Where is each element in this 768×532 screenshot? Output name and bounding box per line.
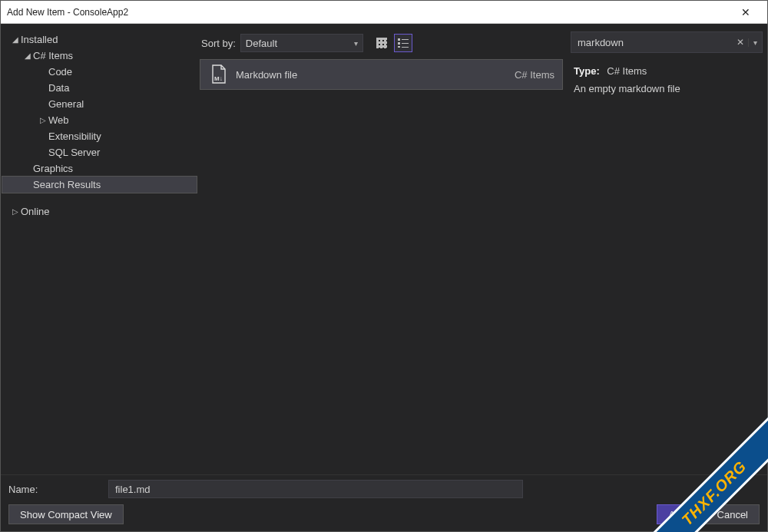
chevron-right-icon: ▷ [10, 207, 21, 216]
tree-label: Extensibility [48, 131, 101, 142]
tree-label: C# Items [33, 50, 73, 61]
chevron-down-icon: ▾ [354, 39, 358, 48]
close-button[interactable]: ✕ [730, 6, 761, 18]
tree-label: Online [21, 206, 50, 217]
search-input[interactable] [571, 37, 733, 48]
clear-search-button[interactable]: ✕ [733, 37, 748, 48]
template-details: Type: C# Items An empty markdown file [571, 53, 763, 107]
tree-general[interactable]: General [2, 96, 197, 112]
chevron-down-icon: ◢ [22, 51, 33, 60]
name-input[interactable] [108, 480, 523, 498]
templates-toolbar: Sort by: Default ▾ [200, 31, 563, 55]
tree-extensibility[interactable]: Extensibility [2, 128, 197, 144]
markdown-file-icon: M↓ [208, 64, 230, 84]
tree-label: SQL Server [48, 147, 100, 158]
tree-web[interactable]: ▷ Web [2, 112, 197, 128]
tree-label: Graphics [33, 163, 73, 174]
type-label: Type: [574, 65, 600, 77]
sort-by-label: Sort by: [201, 38, 236, 49]
type-line: Type: C# Items [574, 62, 760, 80]
bottom-bar: Name: Show Compact View Add Cancel [1, 474, 767, 531]
dialog-window: Add New Item - ConsoleApp2 ✕ ◢ Installed… [0, 0, 768, 532]
view-mode-group [372, 34, 412, 52]
template-list: M↓ Markdown file C# Items [200, 59, 563, 470]
titlebar: Add New Item - ConsoleApp2 ✕ [1, 1, 767, 24]
tree-label: Data [48, 82, 69, 94]
view-grid-button[interactable] [372, 34, 391, 52]
template-description: An empty markdown file [574, 80, 760, 97]
tree-code[interactable]: Code [2, 64, 197, 80]
name-label: Name: [8, 484, 101, 495]
sort-by-dropdown[interactable]: Default ▾ [240, 34, 363, 52]
template-row[interactable]: M↓ Markdown file C# Items [200, 59, 563, 90]
templates-panel: Sort by: Default ▾ [197, 24, 566, 474]
tree-online[interactable]: ▷ Online [2, 203, 197, 220]
window-title: Add New Item - ConsoleApp2 [7, 7, 730, 18]
list-icon [398, 38, 409, 48]
tree-csharp-items[interactable]: ◢ C# Items [2, 48, 197, 64]
search-options-dropdown[interactable]: ▾ [748, 38, 762, 47]
tree-graphics[interactable]: Graphics [2, 160, 197, 177]
template-name: Markdown file [236, 69, 515, 81]
tree-label: General [48, 98, 84, 110]
template-category: C# Items [515, 69, 554, 81]
search-box: ✕ ▾ [571, 31, 763, 53]
add-button[interactable]: Add [657, 504, 697, 524]
view-list-button[interactable] [394, 34, 412, 52]
name-row: Name: [8, 480, 760, 498]
tree-label: Search Results [33, 179, 101, 190]
spacer [2, 193, 197, 203]
details-panel: ✕ ▾ Type: C# Items An empty markdown fil… [566, 24, 767, 474]
tree-label: Code [48, 66, 72, 78]
category-tree: ◢ Installed ◢ C# Items Code Data Ge [1, 24, 197, 474]
button-row: Show Compact View Add Cancel [8, 504, 760, 524]
tree-sqlserver[interactable]: SQL Server [2, 144, 197, 160]
cancel-button[interactable]: Cancel [706, 504, 760, 524]
compact-view-button[interactable]: Show Compact View [8, 504, 124, 524]
dialog-body: ◢ Installed ◢ C# Items Code Data Ge [1, 24, 767, 531]
svg-text:M↓: M↓ [214, 75, 223, 82]
chevron-down-icon: ◢ [10, 35, 21, 44]
tree-data[interactable]: Data [2, 80, 197, 96]
tree-label: Web [48, 114, 69, 126]
grid-icon [376, 38, 387, 48]
type-value: C# Items [607, 65, 647, 77]
tree-installed[interactable]: ◢ Installed [2, 31, 197, 48]
sort-by-value: Default [246, 38, 277, 49]
main-area: ◢ Installed ◢ C# Items Code Data Ge [1, 24, 767, 474]
tree-label: Installed [21, 34, 58, 45]
tree-search-results[interactable]: Search Results [2, 177, 197, 193]
chevron-right-icon: ▷ [38, 116, 48, 124]
